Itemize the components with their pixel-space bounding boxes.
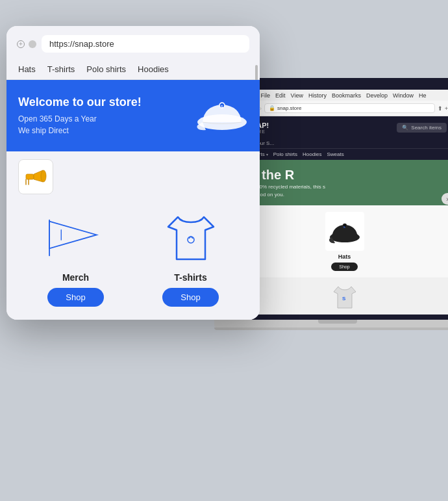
shop-button-merch[interactable]: Shop: [47, 288, 103, 307]
shop-button-tshirts[interactable]: Shop: [162, 288, 218, 307]
menu-items: Safari File Edit View History Bookmarks …: [240, 92, 427, 99]
cat-sweats[interactable]: Sweats: [327, 151, 343, 157]
url-text: https://snap.store: [49, 39, 114, 49]
product-card-tshirts: T-shirts Shop: [133, 209, 248, 307]
hats-product-image: S: [325, 212, 364, 251]
search-icon: 🔍: [402, 125, 408, 131]
menu-file[interactable]: File: [261, 92, 271, 99]
menu-view[interactable]: View: [291, 92, 303, 99]
hero-line1: Open 365 Days a Year: [18, 113, 142, 125]
tshirt-icon: [158, 209, 223, 267]
nav-item-hoodies[interactable]: Hoodies: [138, 64, 169, 74]
nav-item-hats[interactable]: Hats: [18, 64, 36, 74]
menu-edit[interactable]: Edit: [275, 92, 286, 99]
browser-action-icons: ⬆ +: [438, 105, 448, 112]
announcement-icon: [18, 159, 53, 194]
banner-line2: planet and good on you.: [229, 192, 447, 198]
url-bar[interactable]: https://snap.store: [42, 35, 249, 53]
menu-history[interactable]: History: [308, 92, 327, 99]
svg-marker-9: [49, 222, 97, 249]
product-card-merch: Merch Shop: [18, 209, 133, 307]
search-placeholder: Search items: [411, 125, 442, 131]
category-second-card: S: [236, 278, 448, 315]
add-bookmark-icon[interactable]: +: [445, 105, 448, 112]
hats-product-name: Hats: [338, 253, 351, 260]
hero-title: Welcome to our store!: [18, 96, 142, 109]
nav-item-polo[interactable]: Polo shirts: [86, 64, 126, 74]
banner-title: Meet the R: [229, 168, 447, 182]
merch-icon: [44, 209, 108, 267]
hero-text: Welcome to our store! Open 365 Days a Ye…: [18, 96, 142, 136]
laptop-url-text: 🔒: [269, 105, 275, 111]
cat-polo[interactable]: Polo shirts: [273, 151, 297, 157]
categories-items: S Hats Shop S: [236, 205, 448, 315]
menu-bookmarks[interactable]: Bookmarks: [332, 92, 361, 99]
add-tab-button[interactable]: +: [17, 40, 25, 48]
announcement-section: [6, 151, 260, 202]
hero-hat-icon: S: [196, 93, 248, 138]
category-hats-card: S Hats Shop: [236, 205, 448, 278]
product-name-merch: Merch: [62, 272, 89, 283]
menu-help[interactable]: He: [419, 92, 427, 99]
laptop-foot: [214, 328, 448, 330]
svg-point-5: [41, 170, 46, 182]
banner-subtitle: Made with 100% recycled materials, this …: [229, 184, 447, 190]
menu-develop[interactable]: Develop: [366, 92, 388, 99]
laptop-url-bar[interactable]: 🔒 snap.store: [264, 103, 435, 113]
cat-hoodies[interactable]: Hoodies: [303, 151, 321, 157]
products-grid: Merch Shop T-shirts Shop: [6, 202, 260, 320]
product-name-tshirts: T-shirts: [174, 272, 207, 283]
close-button[interactable]: [29, 40, 36, 48]
hats-shop-button[interactable]: Shop: [331, 263, 357, 271]
svg-text:S: S: [342, 296, 346, 302]
menu-window[interactable]: Window: [393, 92, 414, 99]
share-icon[interactable]: ⬆: [438, 105, 443, 112]
hero-line2: We ship Direct: [18, 125, 142, 136]
svg-point-11: [188, 237, 194, 243]
forward-icon[interactable]: ›: [260, 105, 262, 112]
tshirts-chevron: ▾: [266, 152, 268, 157]
mobile-nav: Hats T-shirts Polo shirts Hoodies: [6, 59, 260, 80]
svg-rect-3: [26, 174, 34, 179]
mobile-titlebar: + https://snap.store: [6, 26, 260, 59]
nav-item-tshirts[interactable]: T-shirts: [47, 64, 75, 74]
mobile-browser-window: + https://snap.store Hats T-shirts Polo …: [6, 26, 260, 320]
window-controls: +: [17, 40, 36, 48]
laptop-notch: [318, 320, 357, 324]
laptop-url-domain: snap.store: [277, 105, 301, 111]
hero-banner: Welcome to our store! Open 365 Days a Ye…: [6, 80, 260, 151]
store-search[interactable]: 🔍 Search items: [397, 123, 447, 133]
svg-text:S: S: [343, 225, 345, 229]
laptop-base: [214, 320, 448, 328]
